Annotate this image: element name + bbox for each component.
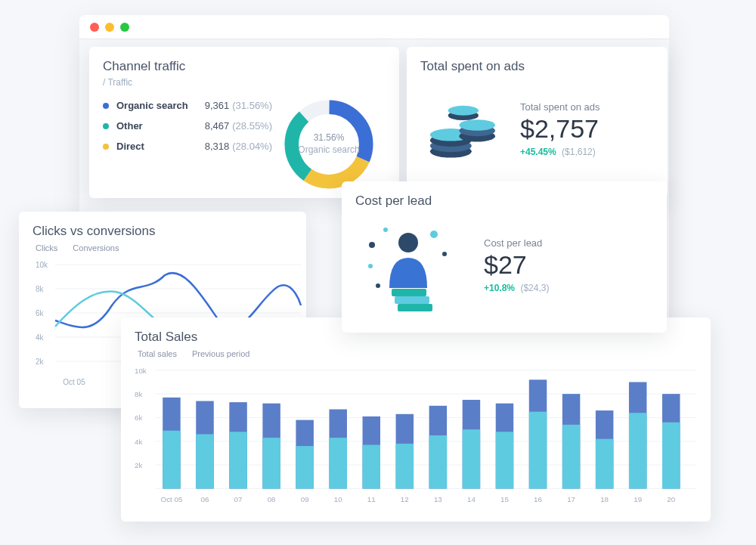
kpi-label: Total spent on ads bbox=[520, 101, 600, 113]
card-title: Clicks vs conversions bbox=[33, 224, 293, 239]
list-item: Direct 8,318 (28.04%) bbox=[103, 136, 272, 156]
legend-label: Previous period bbox=[192, 349, 249, 358]
bar-prev bbox=[429, 435, 447, 488]
x-tick: 18 bbox=[600, 495, 609, 503]
y-tick: 2k bbox=[36, 358, 45, 366]
svg-point-14 bbox=[369, 242, 375, 248]
bar-prev bbox=[496, 432, 513, 488]
y-tick: 8k bbox=[135, 390, 142, 398]
list-item: Other 8,467 (28.55%) bbox=[103, 116, 272, 136]
delta-prev: ($1,612) bbox=[562, 147, 596, 157]
x-tick: 14 bbox=[467, 495, 476, 503]
y-tick: 2k bbox=[135, 461, 142, 469]
delta-value: +45.45% bbox=[520, 147, 556, 157]
bar-prev bbox=[229, 432, 246, 488]
x-tick: 20 bbox=[667, 495, 675, 503]
y-tick: 8k bbox=[36, 285, 45, 293]
window-close-icon[interactable] bbox=[90, 23, 99, 32]
channel-pct: (31.56%) bbox=[232, 100, 272, 111]
bar-prev bbox=[562, 425, 580, 489]
bar-prev bbox=[463, 429, 480, 488]
svg-rect-21 bbox=[395, 296, 429, 304]
channel-pct: (28.55%) bbox=[232, 120, 272, 132]
y-tick: 6k bbox=[36, 309, 45, 317]
donut-chart: 31.56% Organic search bbox=[272, 95, 386, 194]
window-titlebar bbox=[79, 15, 669, 39]
svg-point-10 bbox=[459, 119, 495, 131]
x-tick: 10 bbox=[334, 495, 342, 503]
y-tick: 10k bbox=[36, 261, 48, 269]
card-title: Channel traffic bbox=[103, 59, 386, 74]
x-tick: Oct 05 bbox=[161, 495, 183, 503]
window-minimize-icon[interactable] bbox=[105, 23, 114, 32]
kpi-delta: +45.45% ($1,612) bbox=[520, 147, 600, 157]
bar-prev bbox=[296, 446, 313, 488]
bar-prev bbox=[363, 444, 380, 488]
legend-label: Clicks bbox=[36, 243, 57, 252]
bar-prev bbox=[629, 413, 646, 488]
delta-prev: ($24,3) bbox=[520, 283, 549, 293]
card-subtitle: / Traffic bbox=[103, 77, 386, 88]
svg-point-15 bbox=[368, 264, 373, 268]
donut-center-label: 31.56% Organic search bbox=[298, 132, 359, 156]
cost-per-lead-card: Cost per lead Cost per lead $27 +10.8% bbox=[342, 181, 667, 333]
y-tick: 10k bbox=[135, 367, 147, 375]
legend-dot-icon bbox=[103, 103, 109, 109]
svg-rect-22 bbox=[398, 304, 432, 311]
kpi-value: $2,757 bbox=[520, 114, 600, 144]
channel-name: Direct bbox=[116, 141, 205, 152]
bar-prev bbox=[596, 439, 613, 489]
person-money-illustration-icon bbox=[355, 216, 461, 314]
bar-prev bbox=[396, 444, 414, 489]
legend-label: Conversions bbox=[73, 243, 119, 252]
legend-dot-icon bbox=[103, 123, 109, 129]
bar-prev bbox=[662, 423, 680, 489]
channel-name: Organic search bbox=[116, 100, 205, 111]
channel-value: 8,467 bbox=[205, 120, 230, 132]
chart-legend: Total sales Previous period bbox=[135, 349, 697, 358]
legend-dot-icon bbox=[103, 144, 109, 150]
total-spent-card: Total spent on ads Total spent on ads $2… bbox=[407, 47, 668, 198]
chart-legend: Clicks Conversions bbox=[33, 243, 293, 252]
bar-chart: 10k 8k 6k 4k 2k Oct 05060708091011121314… bbox=[135, 358, 697, 509]
x-tick: 09 bbox=[301, 495, 309, 503]
x-tick: 06 bbox=[201, 495, 209, 503]
svg-point-13 bbox=[383, 228, 388, 232]
list-item: Organic search 9,361 (31.56%) bbox=[103, 95, 272, 116]
kpi-delta: +10.8% ($24,3) bbox=[484, 283, 549, 293]
channel-traffic-card: Channel traffic / Traffic Organic search… bbox=[89, 47, 399, 198]
coins-illustration-icon bbox=[420, 88, 503, 171]
x-tick: 07 bbox=[234, 495, 243, 503]
bar-prev bbox=[196, 434, 213, 488]
kpi-value: $27 bbox=[484, 250, 549, 280]
svg-point-17 bbox=[430, 231, 438, 238]
total-sales-card: Total Sales Total sales Previous period … bbox=[121, 317, 711, 522]
x-tick: Oct 05 bbox=[63, 378, 85, 386]
svg-point-18 bbox=[442, 252, 447, 256]
bar-prev bbox=[529, 412, 547, 489]
svg-point-19 bbox=[398, 233, 418, 252]
svg-rect-20 bbox=[392, 289, 426, 296]
x-tick: 13 bbox=[434, 495, 442, 503]
x-tick: 16 bbox=[534, 495, 542, 503]
donut-pct: 31.56% bbox=[298, 132, 359, 144]
channel-list: Organic search 9,361 (31.56%) Other 8,46… bbox=[103, 95, 272, 194]
x-tick: 08 bbox=[268, 495, 276, 503]
svg-point-16 bbox=[376, 283, 380, 288]
y-tick: 4k bbox=[135, 438, 142, 446]
channel-pct: (28.04%) bbox=[232, 141, 272, 152]
card-title: Total spent on ads bbox=[420, 59, 654, 74]
channel-value: 9,361 bbox=[205, 100, 230, 111]
y-tick: 6k bbox=[135, 413, 142, 422]
x-tick: 17 bbox=[567, 495, 575, 503]
x-tick: 15 bbox=[500, 495, 509, 503]
channel-value: 8,318 bbox=[205, 141, 230, 152]
channel-name: Other bbox=[116, 120, 205, 132]
donut-label: Organic search bbox=[298, 144, 359, 155]
card-title: Cost per lead bbox=[355, 194, 653, 209]
y-tick: 4k bbox=[36, 333, 45, 342]
bar-prev bbox=[262, 438, 280, 488]
window-zoom-icon[interactable] bbox=[120, 23, 129, 32]
x-tick: 12 bbox=[401, 495, 409, 503]
legend-label: Total sales bbox=[138, 349, 177, 358]
